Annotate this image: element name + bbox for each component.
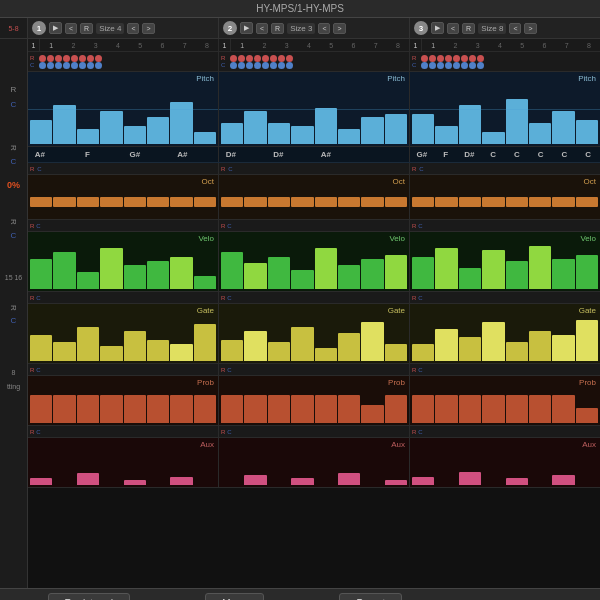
ch3-prob-label: Prob: [579, 378, 596, 387]
left-label-7: C: [9, 229, 19, 242]
ch2-gate: Gate: [219, 304, 410, 363]
page-nums: 15 16: [5, 274, 23, 281]
ch3-velo: Velo: [410, 232, 600, 291]
ch1-prob-bars[interactable]: [28, 376, 218, 425]
ch3-oct: Oct: [410, 175, 600, 219]
ch3-gt-btn[interactable]: >: [524, 23, 536, 34]
ch2-pitch: Pitch: [219, 72, 410, 146]
ch1-oct-label: Oct: [202, 177, 214, 186]
ch2-size: Size 3: [287, 23, 315, 34]
ch1-aux-bars[interactable]: [28, 438, 218, 487]
ch2-gate-label: Gate: [388, 306, 405, 315]
ch1-velo-label: Velo: [198, 234, 214, 243]
ch2-gate-bars[interactable]: [219, 304, 409, 363]
app-title: HY-MPS/1-HY-MPS: [256, 3, 344, 14]
step-nums-row: 1 1 2 3 4 5 6 7 8 1 1 2 3 4: [28, 39, 600, 52]
ch1-prob-label: Prob: [197, 378, 214, 387]
rc-row4: R C R C R C: [28, 292, 600, 304]
rc-row5: R C R C R C: [28, 364, 600, 376]
registered-button[interactable]: Registered: [48, 593, 130, 600]
ch2-oct: Oct: [219, 175, 410, 219]
ch1-oct: Oct: [28, 175, 219, 219]
ch1-prob: Prob: [28, 376, 219, 425]
left-label-4: R: [7, 143, 20, 153]
left-label-6: R: [7, 217, 20, 227]
ch1-lt-btn[interactable]: <: [127, 23, 139, 34]
left-label-5: C: [9, 155, 19, 168]
ch2-prob-bars[interactable]: [219, 376, 409, 425]
prob-section-row: Prob Prob: [28, 376, 600, 426]
ch3-num: 3: [414, 21, 428, 35]
setting-label: tting: [7, 383, 20, 390]
gate-section-row: Gate Gate: [28, 304, 600, 364]
ch1-num: 1: [32, 21, 46, 35]
ch3-gate-bars[interactable]: [410, 304, 600, 363]
page-nums2: 8: [12, 369, 16, 376]
ch1-size: Size 4: [96, 23, 124, 34]
left-label-1: 5-8: [6, 23, 20, 34]
rc-row2: R C R C R C: [28, 163, 600, 175]
ch1-step-nums: 1 1 2 3 4 5 6 7 8: [28, 39, 219, 51]
menu-button[interactable]: Menu: [205, 593, 264, 600]
ch2-velo: Velo: [219, 232, 410, 291]
ch1-oct-bars[interactable]: [28, 175, 218, 219]
aux-section-row: Aux Aux: [28, 438, 600, 488]
ch3-gate: Gate: [410, 304, 600, 363]
ch3-prob-bars[interactable]: [410, 376, 600, 425]
ch1-play-btn[interactable]: ▶: [49, 22, 62, 34]
ch1-gt-btn[interactable]: >: [142, 23, 154, 34]
ch2-play-btn[interactable]: ▶: [240, 22, 253, 34]
main-container: 5-8 R C R C 0% R C 15 16 R C 8 tting 1 ▶…: [0, 18, 600, 588]
ch3-gate-label: Gate: [579, 306, 596, 315]
channels-area: 1 ▶ < R Size 4 < > 2 ▶ < R Size 3 < > 3: [28, 18, 600, 588]
ch2-rec-btn[interactable]: R: [271, 23, 284, 34]
rc-row-global: R C: [28, 52, 600, 72]
ch2-oct-bars[interactable]: [219, 175, 409, 219]
left-label-8: R: [7, 303, 20, 313]
ch3-oct-bars[interactable]: [410, 175, 600, 219]
ch3-velo-bars[interactable]: [410, 232, 600, 291]
ch3-oct-label: Oct: [584, 177, 596, 186]
ch3-prev-btn[interactable]: <: [447, 23, 459, 34]
ch2-lt-btn[interactable]: <: [318, 23, 330, 34]
ch2-pitch-label: Pitch: [387, 74, 405, 83]
ch1-velo: Velo: [28, 232, 219, 291]
channels-header: 1 ▶ < R Size 4 < > 2 ▶ < R Size 3 < > 3: [28, 18, 600, 39]
ch1-gate-label: Gate: [197, 306, 214, 315]
title-bar: HY-MPS/1-HY-MPS: [0, 0, 600, 18]
ch1-aux-label: Aux: [200, 440, 214, 449]
ch1-pitch-label: Pitch: [196, 74, 214, 83]
oct-section-row: Oct Oct: [28, 175, 600, 220]
ch1-header: 1 ▶ < R Size 4 < >: [28, 18, 219, 38]
ch2-prob-label: Prob: [388, 378, 405, 387]
ch2-velo-bars[interactable]: [219, 232, 409, 291]
ch3-step-nums: 1 1 2 3 4 5 6 7 8: [410, 39, 600, 51]
ch1-velo-bars[interactable]: [28, 232, 218, 291]
ch3-rec-btn[interactable]: R: [462, 23, 475, 34]
ch2-num: 2: [223, 21, 237, 35]
ch3-size: Size 8: [478, 23, 506, 34]
ch1-rec-btn[interactable]: R: [80, 23, 93, 34]
ch2-header: 2 ▶ < R Size 3 < >: [219, 18, 410, 38]
ch2-aux-bars[interactable]: [219, 438, 409, 487]
ch3-play-btn[interactable]: ▶: [431, 22, 444, 34]
ch2-gt-btn[interactable]: >: [333, 23, 345, 34]
ch3-aux: Aux: [410, 438, 600, 487]
ch1-prev-btn[interactable]: <: [65, 23, 77, 34]
preset-button[interactable]: Preset: [339, 593, 402, 600]
ch3-header: 3 ▶ < R Size 8 < >: [410, 18, 600, 38]
ch3-velo-label: Velo: [580, 234, 596, 243]
rc-row3: R C R C R C: [28, 220, 600, 232]
ch2-prev-btn[interactable]: <: [256, 23, 268, 34]
percent-label: 0%: [7, 180, 20, 190]
notes-row: A# F G# A# D# D# A# G# F: [28, 147, 600, 163]
velo-section-row: Velo Velo: [28, 232, 600, 292]
ch3-lt-btn[interactable]: <: [509, 23, 521, 34]
ch3-pitch: Pitch: [410, 72, 600, 146]
ch1-pitch: Pitch: [28, 72, 219, 146]
left-label-9: C: [9, 314, 19, 327]
ch3-aux-bars[interactable]: [410, 438, 600, 487]
ch1-gate-bars[interactable]: [28, 304, 218, 363]
ch3-aux-label: Aux: [582, 440, 596, 449]
footer-bar: Registered Menu Preset ©R2R Download.inf…: [0, 588, 600, 600]
